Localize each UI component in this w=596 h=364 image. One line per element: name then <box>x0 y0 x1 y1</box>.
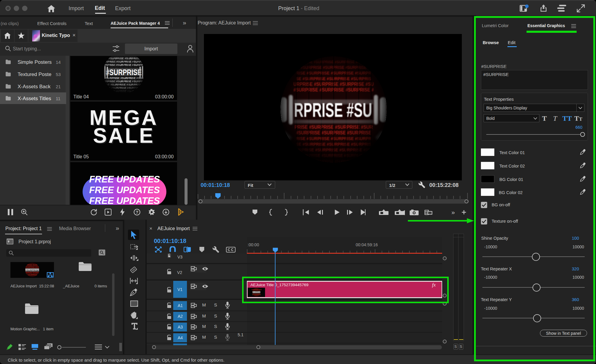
svg-text:»: » <box>451 209 455 216</box>
svg-text:#SURPRISE #SURPRISE #SURPRISE: #SURPRISE #SURPRISE #SURPRISE <box>305 164 362 168</box>
svg-text:(#SURPRISE): (#SURPRISE) <box>25 269 40 272</box>
svg-text:RISE #SURPRISE #SU: RISE #SURPRISE #SU <box>24 274 41 276</box>
svg-text:#SURPRISE #SURPRISE: #SURPRISE #SURPRISE <box>23 272 42 274</box>
svg-text:SE #SURPRISE #SURPR: SE #SURPRISE #SURPR <box>23 266 42 268</box>
svg-text:?: ? <box>136 210 138 215</box>
svg-text:#SURPRISE #SURPRISE: #SURPRISE #SURPRISE <box>23 264 42 266</box>
